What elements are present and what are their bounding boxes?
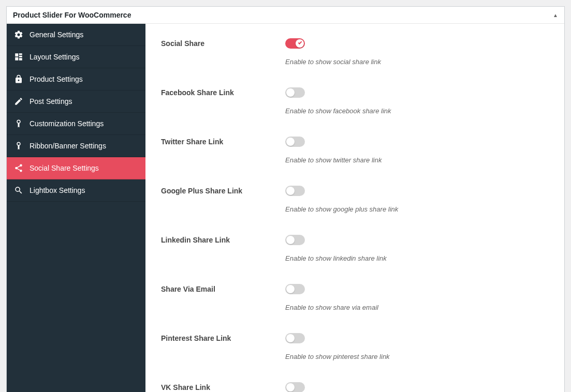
- sidebar-item-label: Social Share Settings: [30, 164, 99, 172]
- toggle-social-share[interactable]: [285, 38, 305, 49]
- toggle-pinterest[interactable]: [285, 333, 305, 343]
- setting-row-email: Share Via Email Enable to show share via…: [161, 284, 549, 311]
- gear-icon: [14, 30, 23, 39]
- setting-label: VK Share Link: [161, 382, 285, 392]
- setting-row-google-plus: Google Plus Share Link Enable to show go…: [161, 186, 549, 213]
- setting-description: Enable to show facebook share link: [285, 107, 549, 115]
- search-icon: [14, 186, 23, 195]
- setting-description: Enable to show linkedin share link: [285, 254, 549, 262]
- setting-label: Facebook Share Link: [161, 87, 285, 115]
- setting-control: Enable to show pinterest share link: [285, 333, 549, 360]
- toggle-linkedin[interactable]: [285, 235, 305, 245]
- panel-body: General Settings Layout Settings Product…: [7, 24, 564, 392]
- setting-control: Enable to show VK share link: [285, 382, 549, 392]
- setting-control: Enable to show linkedin share link: [285, 235, 549, 262]
- sidebar-item-layout-settings[interactable]: Layout Settings: [7, 46, 145, 68]
- edit-icon: [14, 97, 23, 106]
- layout-icon: [14, 52, 23, 62]
- panel-header[interactable]: Product Slider For WooCommerce ▲: [7, 7, 564, 24]
- setting-description: Enable to show social share link: [285, 58, 549, 66]
- settings-panel: Product Slider For WooCommerce ▲ General…: [6, 6, 565, 392]
- toggle-facebook[interactable]: [285, 87, 305, 98]
- setting-label: Share Via Email: [161, 284, 285, 311]
- toggle-twitter[interactable]: [285, 137, 305, 147]
- sidebar: General Settings Layout Settings Product…: [7, 24, 145, 392]
- setting-control: Enable to show twitter share link: [285, 137, 549, 164]
- setting-description: Enable to show share via email: [285, 304, 549, 311]
- collapse-caret-icon: ▲: [553, 12, 558, 18]
- sidebar-item-ribbon-banner-settings[interactable]: Ribbon/Banner Settings: [7, 135, 145, 157]
- setting-row-facebook: Facebook Share Link Enable to show faceb…: [161, 87, 549, 115]
- setting-control: Enable to show google plus share link: [285, 186, 549, 213]
- sidebar-item-post-settings[interactable]: Post Settings: [7, 91, 145, 113]
- lock-icon: [14, 74, 23, 84]
- setting-label: Social Share: [161, 38, 285, 66]
- ribbon-icon: [14, 119, 23, 128]
- toggle-google-plus[interactable]: [285, 186, 305, 196]
- sidebar-item-label: Ribbon/Banner Settings: [30, 142, 106, 150]
- setting-row-linkedin: Linkedin Share Link Enable to show linke…: [161, 235, 549, 262]
- sidebar-item-lightbox-settings[interactable]: Lightbox Settings: [7, 179, 145, 202]
- setting-label: Pinterest Share Link: [161, 333, 285, 360]
- setting-row-social-share: Social Share Enable to show social share…: [161, 38, 549, 66]
- sidebar-item-label: Product Settings: [30, 75, 83, 83]
- sidebar-item-product-settings[interactable]: Product Settings: [7, 68, 145, 91]
- setting-label: Twitter Share Link: [161, 137, 285, 164]
- toggle-vk[interactable]: [285, 382, 305, 392]
- sidebar-item-label: Post Settings: [30, 97, 72, 105]
- sidebar-item-label: Layout Settings: [30, 53, 80, 61]
- sidebar-item-label: Lightbox Settings: [30, 186, 85, 194]
- sidebar-item-social-share-settings[interactable]: Social Share Settings: [7, 157, 145, 179]
- panel-title: Product Slider For WooCommerce: [13, 11, 131, 19]
- setting-row-vk: VK Share Link Enable to show VK share li…: [161, 382, 549, 392]
- ribbon-icon: [14, 141, 23, 150]
- setting-description: Enable to show google plus share link: [285, 205, 549, 213]
- setting-label: Google Plus Share Link: [161, 186, 285, 213]
- setting-control: Enable to show facebook share link: [285, 87, 549, 115]
- setting-description: Enable to show pinterest share link: [285, 353, 549, 360]
- setting-row-twitter: Twitter Share Link Enable to show twitte…: [161, 137, 549, 164]
- sidebar-item-general-settings[interactable]: General Settings: [7, 24, 145, 46]
- sidebar-item-customization-settings[interactable]: Customization Settings: [7, 113, 145, 135]
- toggle-email[interactable]: [285, 284, 305, 294]
- sidebar-item-label: Customization Settings: [30, 119, 104, 128]
- setting-control: Enable to show share via email: [285, 284, 549, 311]
- setting-label: Linkedin Share Link: [161, 235, 285, 262]
- setting-description: Enable to show twitter share link: [285, 156, 549, 164]
- share-icon: [14, 163, 23, 173]
- setting-control: Enable to show social share link: [285, 38, 549, 66]
- content-area: Social Share Enable to show social share…: [145, 24, 564, 392]
- sidebar-item-label: General Settings: [30, 31, 83, 39]
- setting-row-pinterest: Pinterest Share Link Enable to show pint…: [161, 333, 549, 360]
